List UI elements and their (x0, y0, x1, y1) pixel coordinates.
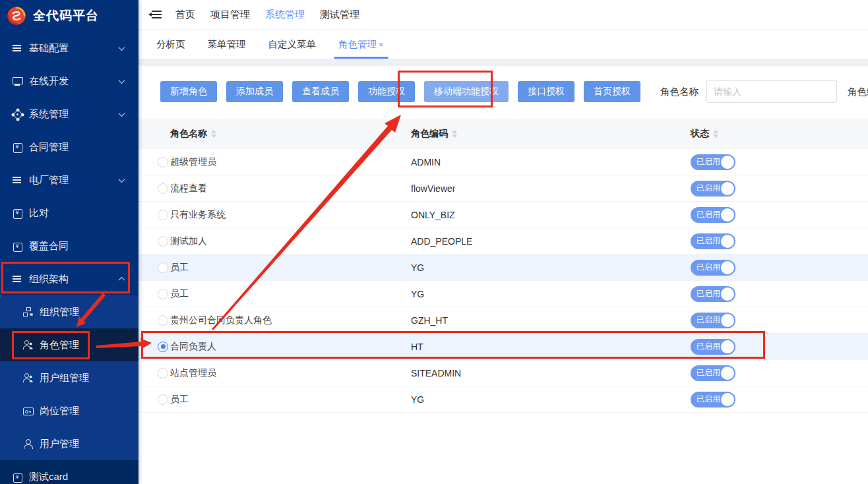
tab[interactable]: 分析页 × (145, 30, 197, 59)
toolbar-button[interactable]: 移动端功能授权 (424, 81, 509, 102)
row-radio[interactable] (158, 289, 168, 299)
toolbar-button[interactable]: 接口授权 (518, 81, 574, 102)
toolbar-buttons: 新增角色 添加成员 查看成员 功能授权 移动端功能授权 接口授权 首页授权 (160, 81, 650, 102)
doc-icon (12, 142, 22, 152)
filter-label: 角色名称 (660, 86, 698, 98)
sidebar-item[interactable]: 组织架构 (0, 262, 139, 295)
role-name: 员工 (170, 288, 411, 300)
status-toggle[interactable]: 已启用 (691, 365, 735, 381)
sidebar-item[interactable]: 比对 (0, 197, 139, 229)
sidebar-item[interactable]: 覆盖合同 (0, 229, 139, 262)
users-icon (22, 340, 33, 350)
tab[interactable]: 菜单管理 × (197, 30, 257, 59)
brand-logo-icon (7, 6, 26, 26)
tab[interactable]: 自定义菜单 × (257, 30, 328, 59)
row-radio[interactable] (158, 157, 168, 167)
tab-bar: 分析页 × 菜单管理 × 自定义菜单 × 角色管理 × (139, 30, 868, 59)
table-row[interactable]: 员工 YG 已启用 (139, 386, 868, 413)
sidebar-item[interactable]: 电厂管理 (0, 164, 139, 197)
table-header-cell[interactable]: 状态 (691, 128, 868, 140)
role-name: 贵州公司合同负责人角色 (170, 315, 411, 326)
row-radio[interactable] (158, 210, 168, 220)
sidebar-item[interactable]: 系统管理 (0, 98, 139, 131)
content-area: 首页 项目管理 系统管理 测试管理 分析页 × 菜单管理 × (139, 0, 868, 484)
sidebar-item-label: 合同管理 (29, 141, 69, 154)
table-row[interactable]: 测试加人 ADD_PEOPLE 已启用 (139, 228, 868, 255)
status-toggle[interactable]: 已启用 (691, 154, 735, 170)
table-header-cell[interactable]: 角色编码 (411, 128, 691, 140)
role-code: YG (411, 262, 691, 273)
sort-carets-icon[interactable] (452, 130, 457, 138)
bars-icon (12, 43, 22, 53)
tab[interactable]: 角色管理 × (327, 30, 395, 59)
table-row[interactable]: 站点管理员 SITEADMIN 已启用 (139, 360, 868, 386)
sidebar-item[interactable]: 角色管理 (0, 328, 139, 361)
topnav-item[interactable]: 系统管理 (265, 9, 305, 21)
table-row[interactable]: 员工 YG 已启用 (139, 281, 868, 307)
role-name: 员工 (170, 262, 411, 274)
status-toggle[interactable]: 已启用 (691, 313, 735, 328)
table-row[interactable]: 合同负责人 HT 已启用 (139, 334, 868, 360)
row-radio[interactable] (158, 368, 168, 378)
column-label: 角色编码 (411, 128, 448, 140)
table-row[interactable]: 超级管理员 ADMIN 已启用 (139, 149, 868, 175)
sidebar-item[interactable]: 组织管理 (0, 295, 139, 328)
table-row[interactable]: 流程查看 flowViewer 已启用 (139, 175, 868, 202)
tab-label: 菜单管理 (208, 38, 246, 51)
toolbar-button[interactable]: 查看成员 (292, 81, 349, 102)
sidebar-item[interactable]: 用户组管理 (0, 361, 139, 394)
sidebar-item[interactable]: 合同管理 (0, 131, 139, 164)
row-radio[interactable] (158, 262, 168, 273)
logo-row: 全代码平台 (0, 0, 139, 32)
tab-close-icon[interactable]: × (379, 40, 384, 49)
sort-carets-icon[interactable] (211, 130, 216, 138)
sort-carets-icon[interactable] (713, 130, 718, 138)
toolbar-button[interactable]: 首页授权 (584, 81, 640, 102)
status-toggle[interactable]: 已启用 (691, 260, 735, 276)
chevron-icon (119, 176, 125, 183)
table-row[interactable]: 员工 YG 已启用 (139, 255, 868, 281)
table-header-cell[interactable]: 角色名称 (170, 128, 411, 140)
role-code: HT (411, 342, 691, 352)
toolbar-button[interactable]: 功能授权 (358, 81, 415, 102)
tab-label: 角色管理 (338, 38, 377, 51)
table-row[interactable]: 只有业务系统 ONLY_BIZ 已启用 (139, 202, 868, 228)
toolbar-button[interactable]: 新增角色 (160, 81, 217, 102)
topnav-item[interactable]: 测试管理 (320, 9, 359, 21)
sidebar-item[interactable]: 测试card (0, 460, 139, 484)
sidebar-item[interactable]: 在线开发 (0, 65, 139, 98)
role-code: ADMIN (411, 157, 691, 167)
status-toggle[interactable]: 已启用 (691, 181, 735, 197)
filter-label: 角色编码 (848, 86, 868, 98)
sidebar-item-label: 用户组管理 (40, 372, 89, 384)
sidebar-item-label: 覆盖合同 (29, 240, 69, 253)
row-radio[interactable] (158, 394, 168, 405)
menu-fold-icon[interactable] (150, 9, 164, 20)
app-title: 全代码平台 (33, 7, 99, 24)
role-code: GZH_HT (411, 315, 691, 326)
table-row[interactable]: 贵州公司合同负责人角色 GZH_HT 已启用 (139, 307, 868, 334)
row-radio[interactable] (158, 315, 168, 326)
sidebar-item[interactable]: 用户管理 (0, 427, 139, 460)
topnav-item[interactable]: 项目管理 (210, 9, 250, 21)
status-toggle[interactable]: 已启用 (691, 339, 735, 355)
filter-input[interactable] (706, 80, 837, 103)
sidebar-item[interactable]: 岗位管理 (0, 394, 139, 427)
status-toggle[interactable]: 已启用 (691, 392, 735, 408)
calendar-icon (12, 471, 22, 482)
role-name: 合同负责人 (170, 341, 411, 353)
sidebar-item-label: 测试card (29, 471, 68, 483)
topnav-item[interactable]: 首页 (175, 9, 195, 21)
sidebar-item[interactable]: 基础配置 (0, 32, 139, 65)
idcard-icon (22, 406, 33, 416)
row-radio[interactable] (158, 183, 168, 194)
sidebar-item-label: 基础配置 (29, 42, 69, 55)
status-toggle[interactable]: 已启用 (691, 233, 735, 249)
row-radio[interactable] (158, 342, 168, 352)
chevron-icon (119, 44, 125, 51)
status-toggle[interactable]: 已启用 (691, 286, 735, 302)
status-toggle[interactable]: 已启用 (691, 207, 735, 223)
toolbar-button[interactable]: 添加成员 (226, 81, 283, 102)
row-radio[interactable] (158, 236, 168, 247)
column-label: 角色名称 (170, 128, 207, 140)
